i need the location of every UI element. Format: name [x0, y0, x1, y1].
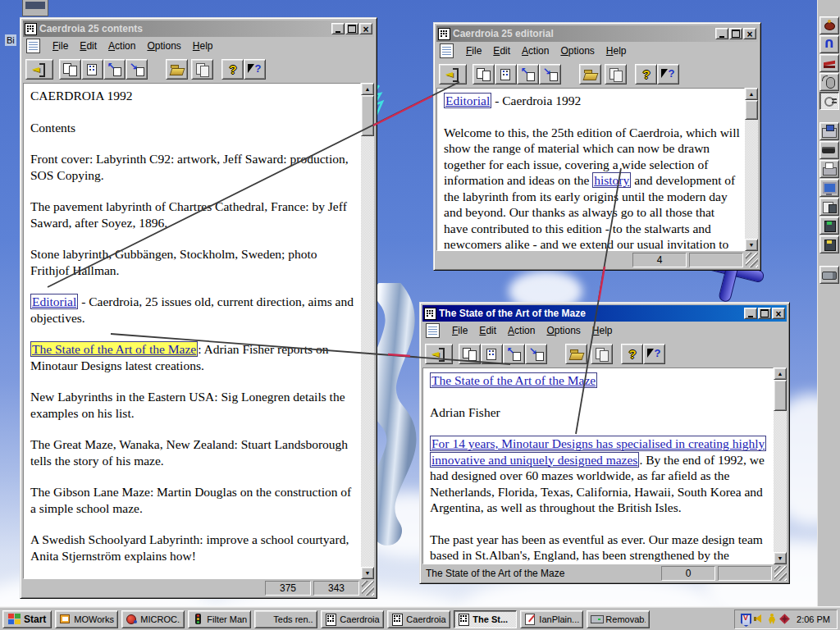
task-button-removab[interactable]: Removab...: [587, 610, 650, 628]
fetch-button[interactable]: [472, 64, 495, 84]
disk-box-tool-button[interactable]: [819, 198, 839, 216]
scroll-up-button[interactable]: [745, 88, 758, 100]
task-button-ianplain[interactable]: IanPlain....: [520, 610, 583, 628]
scrollbar-thumb[interactable]: [774, 380, 787, 411]
task-button-microc[interactable]: MICROC...: [121, 610, 185, 628]
titlebar[interactable]: The State of the Art of the Maze: [422, 305, 787, 322]
resize-grip[interactable]: [362, 581, 374, 596]
pda-tool-button[interactable]: [819, 266, 839, 284]
menu-help[interactable]: Help: [600, 44, 632, 57]
context-help-button[interactable]: [657, 64, 679, 84]
menu-file[interactable]: File: [47, 39, 74, 52]
menu-action[interactable]: Action: [502, 324, 541, 337]
link-in-button[interactable]: [103, 59, 126, 80]
help-button[interactable]: [621, 344, 643, 364]
hyperlink-text[interactable]: The State of the Art of the Maze: [30, 341, 198, 357]
minimize-button[interactable]: [331, 23, 345, 34]
link-out-button[interactable]: [126, 59, 148, 80]
resize-grip[interactable]: [746, 253, 758, 267]
hyperlink-text[interactable]: Editorial: [30, 294, 78, 309]
desktop-icon-label[interactable]: Bi: [5, 34, 16, 46]
link-out-button[interactable]: [525, 344, 547, 364]
help-button[interactable]: [635, 64, 657, 84]
vertical-scrollbar[interactable]: [361, 83, 374, 579]
titlebar[interactable]: Caerdroia 25 editorial: [436, 25, 758, 42]
desktop-icon-fragment[interactable]: [22, 0, 48, 16]
close-button[interactable]: [359, 23, 372, 34]
floppy-green-tool-button[interactable]: [819, 217, 839, 235]
vertical-scrollbar[interactable]: [745, 88, 758, 251]
menu-edit[interactable]: Edit: [487, 44, 516, 57]
task-button-filter-man[interactable]: Filter Man...: [188, 610, 251, 628]
fetch-button[interactable]: [59, 59, 81, 80]
maximize-button[interactable]: [729, 28, 742, 39]
menu-file[interactable]: File: [460, 44, 487, 57]
task-button-teds-ren[interactable]: Teds ren...: [254, 610, 317, 628]
volume-tray-icon[interactable]: [753, 614, 764, 624]
help-button[interactable]: [221, 59, 244, 80]
menu-edit[interactable]: Edit: [74, 39, 103, 52]
hyperlink-text[interactable]: The State of the Art of the Maze: [430, 372, 597, 388]
link-in-button[interactable]: [517, 64, 539, 84]
paste-button[interactable]: [81, 59, 103, 80]
document-window-icon[interactable]: [424, 308, 436, 320]
keyboard-tool-button[interactable]: [819, 141, 839, 159]
close-button[interactable]: [743, 28, 756, 39]
copy-button[interactable]: [191, 59, 213, 80]
exit-button[interactable]: [425, 344, 453, 364]
virus-tray-icon[interactable]: [779, 614, 790, 624]
scrollbar-track[interactable]: [361, 136, 374, 567]
paste-button[interactable]: [495, 64, 517, 84]
document-menu-icon[interactable]: [26, 39, 40, 53]
vertical-scrollbar[interactable]: [774, 368, 787, 564]
open-button[interactable]: [166, 59, 188, 80]
scroll-down-button[interactable]: [745, 239, 758, 251]
menu-edit[interactable]: Edit: [473, 324, 502, 337]
floppy-drive-tool-button[interactable]: [819, 122, 839, 140]
maximize-button[interactable]: [345, 23, 358, 34]
hyperlink-text[interactable]: Editorial: [444, 93, 491, 108]
exit-button[interactable]: [439, 64, 467, 84]
document-window-icon[interactable]: [25, 23, 37, 35]
magnet-tool-button[interactable]: [819, 35, 839, 53]
scroll-up-button[interactable]: [774, 368, 787, 380]
menu-options[interactable]: Options: [555, 44, 600, 57]
menu-action[interactable]: Action: [516, 44, 555, 57]
menu-options[interactable]: Options: [141, 39, 186, 52]
document-window-icon[interactable]: [438, 28, 450, 40]
link-out-button[interactable]: [539, 64, 561, 84]
scroll-down-button[interactable]: [361, 567, 374, 579]
scrollbar-thumb[interactable]: [361, 95, 374, 136]
floppy-yellow-tool-button[interactable]: [819, 235, 839, 253]
titlebar[interactable]: Caerdroia 25 contents: [23, 21, 374, 37]
menu-help[interactable]: Help: [587, 324, 619, 337]
document-menu-icon[interactable]: [426, 323, 440, 338]
document-menu-icon[interactable]: [440, 43, 454, 58]
copy-button[interactable]: [605, 64, 627, 84]
task-button-the-st[interactable]: The St...: [454, 610, 517, 628]
paste-button[interactable]: [481, 344, 503, 364]
task-button-caerdroia[interactable]: Caerdroia...: [321, 610, 384, 628]
shield-tray-icon[interactable]: [740, 614, 751, 624]
scrollbar-track[interactable]: [745, 120, 758, 239]
fetch-button[interactable]: [459, 344, 481, 364]
menu-action[interactable]: Action: [103, 39, 141, 52]
plug-tool-button[interactable]: [819, 92, 839, 110]
open-button[interactable]: [565, 344, 587, 364]
menu-help[interactable]: Help: [187, 39, 219, 52]
printer-tool-button[interactable]: [819, 160, 839, 178]
minimize-button[interactable]: [715, 28, 728, 39]
menu-file[interactable]: File: [446, 324, 473, 337]
start-button[interactable]: Start: [2, 610, 52, 628]
stapler-tool-button[interactable]: [819, 54, 839, 72]
close-button[interactable]: [772, 308, 785, 319]
person-tray-icon[interactable]: [766, 614, 777, 624]
clock[interactable]: 2:06 PM: [797, 614, 830, 624]
context-help-button[interactable]: [244, 59, 266, 80]
minimize-button[interactable]: [744, 308, 757, 319]
hyperlink-text[interactable]: history: [592, 172, 631, 188]
maximize-button[interactable]: [758, 308, 771, 319]
mouse-tool-button[interactable]: [819, 73, 839, 91]
menu-options[interactable]: Options: [541, 324, 586, 337]
task-button-caerdroia[interactable]: Caerdroia...: [387, 610, 450, 628]
